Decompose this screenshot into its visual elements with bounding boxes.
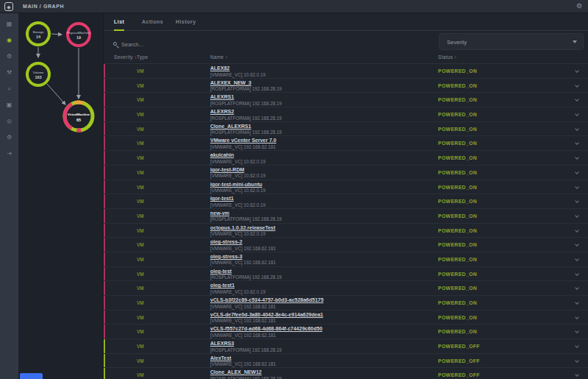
- chevron-down-icon[interactable]: [575, 330, 579, 334]
- row-status: POWERED_ON: [438, 185, 477, 190]
- app-logo-icon[interactable]: ◈: [4, 2, 13, 11]
- row-name-link[interactable]: VMware vCenter Server 7.0: [210, 138, 431, 143]
- sidebar-item-admin-icon[interactable]: ⚙: [0, 132, 18, 143]
- row-name-cell: oleg-test [ROSPLATFORMA] 192.168.28.19: [210, 269, 431, 280]
- chevron-down-icon[interactable]: [575, 127, 579, 131]
- chevron-down-icon[interactable]: [575, 199, 579, 203]
- table-row[interactable]: VM oleg-stress-2 [VMWARE_VC] 192.168.62.…: [104, 238, 588, 252]
- column-status[interactable]: Status ↑: [438, 54, 457, 60]
- row-name-link[interactable]: ALEXEX_NEW_3: [210, 80, 431, 85]
- chevron-down-icon[interactable]: [575, 315, 579, 319]
- chevron-down-icon[interactable]: [575, 112, 579, 116]
- row-name-link[interactable]: vCLS-b3f22c89-c534-4757-b0d3-ac528a6d517…: [210, 297, 431, 302]
- row-name-link[interactable]: oleg-test: [210, 269, 431, 274]
- table-row[interactable]: VM akulcahin [VMWARE_VC] 10.62.0.19 POWE…: [104, 151, 588, 166]
- row-name-link[interactable]: oleg-stress-2: [210, 239, 431, 244]
- row-name-link[interactable]: vCLS-de7fee0d-3a80-4042-8e4c-e914a629dea…: [210, 312, 431, 317]
- chevron-down-icon[interactable]: [575, 228, 579, 233]
- table-row[interactable]: VM igor-test-mini-ubuntu [VMWARE_VC] 10.…: [104, 180, 588, 195]
- sidebar-item-inventory-icon[interactable]: ▣: [0, 99, 18, 110]
- sidebar-item-graph-icon[interactable]: ◉: [0, 35, 18, 46]
- row-name-link[interactable]: igor-test1: [210, 196, 431, 201]
- chevron-down-icon[interactable]: [575, 373, 579, 378]
- graph-node-virtualmachine[interactable]: VirtualMachine 65: [60, 97, 98, 135]
- row-name-link[interactable]: ALEXRS3: [210, 341, 431, 346]
- search-input[interactable]: [121, 38, 342, 50]
- sidebar-item-users-icon[interactable]: ◎: [0, 116, 18, 127]
- chevron-down-icon[interactable]: [575, 300, 579, 305]
- chevron-down-icon[interactable]: [575, 185, 579, 189]
- table-row[interactable]: VM new-vm [ROSPLATFORMA] 192.168.28.19 P…: [104, 209, 588, 224]
- chevron-down-icon[interactable]: [575, 141, 579, 146]
- chevron-down-icon[interactable]: [575, 170, 579, 174]
- row-name-link[interactable]: Clone_ALEXRS1: [210, 124, 431, 129]
- chevron-down-icon[interactable]: [575, 344, 579, 348]
- row-name-link[interactable]: vCLS-f557c27d-ad68-4d68-864f-c74429c60d5…: [210, 326, 431, 331]
- table-row[interactable]: VM ALEXEX_NEW_3 [ROSPLATFORMA] 192.168.2…: [104, 79, 588, 93]
- table-row[interactable]: VM oleg-stress-3 [VMWARE_VC] 192.168.62.…: [104, 252, 588, 267]
- row-name-cell: igor-test1 [VMWARE_VC] 10.62.0.19: [210, 196, 431, 208]
- row-name-link[interactable]: akulcahin: [210, 152, 431, 157]
- row-name-link[interactable]: ALEX82: [210, 65, 431, 71]
- sidebar-item-search-icon[interactable]: ⌕: [0, 83, 18, 94]
- node-label: PhysicalMachine: [67, 31, 91, 35]
- chevron-down-icon[interactable]: [575, 358, 579, 363]
- chevron-down-icon: [573, 40, 577, 43]
- table-row[interactable]: VM oleg-test [ROSPLATFORMA] 192.168.28.1…: [104, 267, 588, 282]
- table-row[interactable]: VM vCLS-b3f22c89-c534-4757-b0d3-ac528a6d…: [104, 296, 588, 311]
- table-row[interactable]: VM ALEX82 [VMWARE_VC] 10.62.0.19 POWERED…: [104, 64, 588, 79]
- chevron-down-icon[interactable]: [575, 257, 579, 261]
- severity-bar: [104, 252, 105, 266]
- table-row[interactable]: VM vCLS-f557c27d-ad68-4d68-864f-c74429c6…: [104, 325, 588, 339]
- table-row[interactable]: VM ALEXRS2 [ROSPLATFORMA] 192.168.28.19 …: [104, 107, 588, 122]
- chevron-down-icon[interactable]: [575, 242, 579, 247]
- row-name-cell: oleg-test1 [VMWARE_VC] 10.62.0.19: [210, 283, 431, 294]
- tab-history[interactable]: History: [176, 13, 196, 31]
- row-type-badge: VM: [137, 127, 144, 132]
- table-row[interactable]: VM Clone_ALEXRS1 [ROSPLATFORMA] 192.168.…: [104, 122, 588, 137]
- table-row[interactable]: VM octopus.1.0.32.releaseTest [VMWARE_VC…: [104, 224, 588, 238]
- row-name-link[interactable]: igor-test-mini-ubuntu: [210, 182, 431, 187]
- severity-dropdown[interactable]: Severity: [439, 33, 584, 50]
- table-row[interactable]: VM igor-test-RDM [VMWARE_VC] 10.62.0.19 …: [104, 166, 588, 180]
- tab-list[interactable]: List: [114, 13, 124, 31]
- column-type[interactable]: Type: [137, 54, 148, 60]
- graph-node-physicalmachine[interactable]: PhysicalMachine 19: [67, 24, 91, 46]
- sidebar-item-settings-icon[interactable]: ⚙: [0, 51, 18, 62]
- chevron-down-icon[interactable]: [575, 155, 579, 160]
- row-name-link[interactable]: oleg-test1: [210, 283, 431, 288]
- graph-node-storage[interactable]: Storage 14: [27, 23, 49, 45]
- sidebar: ▦◉⚙⚒⌕▣◎⚙⇥: [0, 13, 18, 379]
- graph-node-volume[interactable]: Volume 163: [27, 63, 49, 85]
- sidebar-item-automation-icon[interactable]: ⚒: [0, 67, 18, 78]
- gear-icon[interactable]: ⚙: [576, 2, 582, 10]
- sidebar-item-logout-icon[interactable]: ⇥: [0, 148, 18, 159]
- chevron-down-icon[interactable]: [575, 272, 579, 276]
- chevron-down-icon[interactable]: [575, 68, 579, 73]
- chevron-down-icon[interactable]: [575, 83, 579, 88]
- sidebar-item-dashboard-icon[interactable]: ▦: [0, 18, 18, 29]
- table-row[interactable]: VM Clone_ALEX_NEW12 [ROSPLATFORMA] 192.1…: [104, 368, 588, 379]
- row-name-link[interactable]: oleg-stress-3: [210, 254, 431, 259]
- column-severity[interactable]: Severity ↑: [114, 54, 137, 60]
- row-name-cell: ALEXRS1 [ROSPLATFORMA] 192.168.28.19: [210, 94, 431, 106]
- chevron-down-icon[interactable]: [575, 286, 579, 290]
- row-name-link[interactable]: ALEXRS1: [210, 94, 431, 99]
- table-row[interactable]: VM VMware vCenter Server 7.0 [VMWARE_VC]…: [104, 136, 588, 151]
- table-row[interactable]: VM ALEXRS3 [ROSPLATFORMA] 192.168.28.19 …: [104, 339, 588, 354]
- table-row[interactable]: VM oleg-test1 [VMWARE_VC] 10.62.0.19 POW…: [104, 281, 588, 296]
- row-name-link[interactable]: igor-test-RDM: [210, 167, 431, 172]
- table-row[interactable]: VM vCLS-de7fee0d-3a80-4042-8e4c-e914a629…: [104, 311, 588, 325]
- column-name[interactable]: Name ↑: [210, 54, 228, 60]
- table-row[interactable]: VM igor-test1 [VMWARE_VC] 10.62.0.19 POW…: [104, 194, 588, 209]
- row-name-link[interactable]: new-vm: [210, 210, 431, 216]
- row-name-link[interactable]: AlexTest: [210, 355, 431, 361]
- tab-actions[interactable]: Actions: [142, 13, 163, 31]
- chevron-down-icon[interactable]: [575, 213, 579, 218]
- row-name-link[interactable]: Clone_ALEX_NEW12: [210, 369, 431, 375]
- row-name-link[interactable]: octopus.1.0.32.releaseTest: [210, 225, 431, 230]
- table-row[interactable]: VM AlexTest [VMWARE_VC] 192.168.62.181 P…: [104, 354, 588, 369]
- row-name-link[interactable]: ALEXRS2: [210, 109, 431, 114]
- table-row[interactable]: VM ALEXRS1 [ROSPLATFORMA] 192.168.28.19 …: [104, 93, 588, 107]
- chevron-down-icon[interactable]: [575, 98, 579, 102]
